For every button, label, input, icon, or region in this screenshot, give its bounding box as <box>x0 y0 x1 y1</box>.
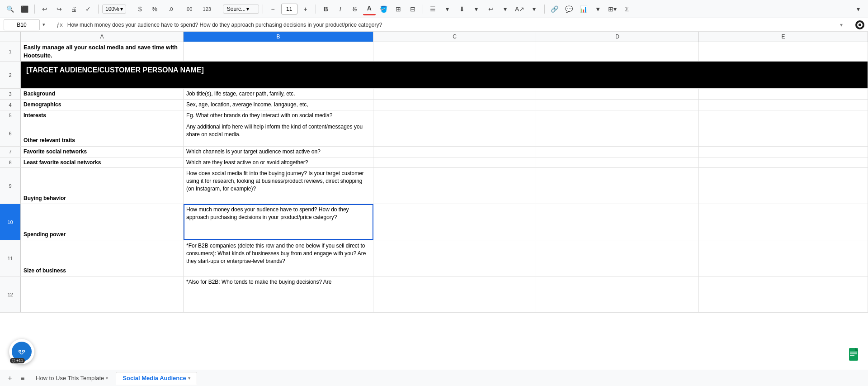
cell-e8[interactable] <box>699 157 868 168</box>
cell-a12[interactable] <box>21 276 184 312</box>
row-num-10[interactable]: 10 <box>0 204 21 240</box>
cell-d5[interactable] <box>536 110 699 121</box>
row-num-1[interactable]: 1 <box>0 42 21 61</box>
tab-how-to-use[interactable]: How to Use This Template ▾ <box>29 372 115 385</box>
row-num-7[interactable]: 7 <box>0 147 21 157</box>
row-num-11[interactable]: 11 <box>0 240 21 276</box>
currency-icon[interactable]: $ <box>134 3 146 15</box>
cell-e9[interactable] <box>699 168 868 204</box>
cell-d9[interactable] <box>536 168 699 204</box>
filter-icon[interactable]: ▼ <box>592 3 604 15</box>
percent-icon[interactable]: % <box>148 3 161 15</box>
italic-icon[interactable]: I <box>334 3 347 15</box>
cell-d1[interactable] <box>536 42 699 61</box>
align-dropdown-icon[interactable]: ▾ <box>441 3 454 15</box>
font-size-input[interactable] <box>281 4 297 14</box>
cell-b8[interactable]: Which are they least active on or avoid … <box>184 157 373 168</box>
add-sheet-button[interactable]: + <box>4 372 16 385</box>
borders-icon[interactable]: ⊞ <box>392 3 405 15</box>
cell-c11[interactable] <box>373 240 536 276</box>
chart-icon[interactable]: 📊 <box>577 3 590 15</box>
cell-b9[interactable]: How does social media fit into the buyin… <box>184 168 373 204</box>
row-num-8[interactable]: 8 <box>0 157 21 168</box>
cell-c5[interactable] <box>373 110 536 121</box>
row-num-2[interactable]: 2 <box>0 62 21 88</box>
cell-d3[interactable] <box>536 89 699 99</box>
cell-d4[interactable] <box>536 100 699 110</box>
sheet-menu-button[interactable]: ≡ <box>16 372 29 385</box>
cell-a7[interactable]: Favorite social networks <box>21 147 184 157</box>
hootsuite-fab[interactable]: ⬡ +11 <box>9 339 34 364</box>
rotation-icon[interactable]: A↗ <box>514 3 526 15</box>
col-header-a[interactable]: A <box>21 32 184 42</box>
cell-c1[interactable] <box>373 42 536 61</box>
cell-a9[interactable]: Buying behavior <box>21 168 184 204</box>
redo-icon[interactable]: ↪ <box>53 3 66 15</box>
row-num-9[interactable]: 9 <box>0 168 21 204</box>
functions-dropdown-icon[interactable]: ⊞▾ <box>606 3 619 15</box>
cell-e1[interactable] <box>699 42 868 61</box>
cell-a5[interactable]: Interests <box>21 110 184 121</box>
tab-social-media-audience[interactable]: Social Media Audience ▾ <box>116 372 197 385</box>
cell-reference[interactable]: B10 <box>4 19 40 30</box>
cell-a6[interactable]: Other relevant traits <box>21 121 184 146</box>
cell-e5[interactable] <box>699 110 868 121</box>
cell-b10[interactable]: How much money does your audience have t… <box>184 204 373 240</box>
font-size-increase-icon[interactable]: + <box>299 3 312 15</box>
spellcheck-icon[interactable]: ✓ <box>82 3 94 15</box>
more-icon[interactable]: ▾ <box>852 3 864 15</box>
cell-a10[interactable]: Spending power <box>21 204 184 240</box>
row-num-6[interactable]: 6 <box>0 121 21 146</box>
cell-e4[interactable] <box>699 100 868 110</box>
cell-a11[interactable]: Size of business <box>21 240 184 276</box>
cell-c10[interactable] <box>373 204 536 240</box>
row-num-4[interactable]: 4 <box>0 100 21 110</box>
zoom-control[interactable]: 100% ▾ <box>102 5 126 14</box>
link-icon[interactable]: 🔗 <box>548 3 561 15</box>
cell-d10[interactable] <box>536 204 699 240</box>
cell-e7[interactable] <box>699 147 868 157</box>
cell-e11[interactable] <box>699 240 868 276</box>
merge-cells-icon[interactable]: ⊟ <box>406 3 419 15</box>
format-number-icon[interactable]: 123 <box>199 3 215 15</box>
sigma-icon[interactable]: Σ <box>621 3 633 15</box>
formula-expand-icon[interactable]: ▾ <box>840 22 849 28</box>
cell-a4[interactable]: Demographics <box>21 100 184 110</box>
cell-c12[interactable] <box>373 276 536 312</box>
fill-color-icon[interactable]: 🪣 <box>377 3 390 15</box>
cell-e3[interactable] <box>699 89 868 99</box>
valign-dropdown-icon[interactable]: ▾ <box>470 3 483 15</box>
cell-b11[interactable]: *For B2B companies (delete this row and … <box>184 240 373 276</box>
wrap-dropdown-icon[interactable]: ▾ <box>499 3 512 15</box>
cell-a3[interactable]: Background <box>21 89 184 99</box>
cell-c9[interactable] <box>373 168 536 204</box>
cell-c3[interactable] <box>373 89 536 99</box>
comment-icon[interactable]: 💬 <box>563 3 576 15</box>
align-left-icon[interactable]: ☰ <box>427 3 439 15</box>
search-icon[interactable]: 🔍 <box>4 3 16 15</box>
cell-e10[interactable] <box>699 204 868 240</box>
cell-c7[interactable] <box>373 147 536 157</box>
decimal-decrease-icon[interactable]: .0 <box>163 3 179 15</box>
bold-icon[interactable]: B <box>320 3 332 15</box>
font-selector[interactable]: Sourc... ▾ <box>223 5 259 14</box>
cell-e6[interactable] <box>699 121 868 146</box>
decimal-increase-icon[interactable]: .00 <box>181 3 197 15</box>
row-num-5[interactable]: 5 <box>0 110 21 121</box>
cell-d6[interactable] <box>536 121 699 146</box>
col-header-e[interactable]: E <box>699 32 868 42</box>
valign-icon[interactable]: ⬇ <box>456 3 468 15</box>
print-icon[interactable]: 🖨 <box>67 3 80 15</box>
strikethrough-icon[interactable]: S <box>349 3 361 15</box>
cell-c8[interactable] <box>373 157 536 168</box>
cell-c4[interactable] <box>373 100 536 110</box>
cell-a8[interactable]: Least favorite social networks <box>21 157 184 168</box>
cell-b12[interactable]: *Also for B2B: Who tends to make the buy… <box>184 276 373 312</box>
cell-d7[interactable] <box>536 147 699 157</box>
cell-a2[interactable]: [TARGET AUDIENCE/CUSTOMER PERSONA NAME] <box>21 62 868 88</box>
undo-icon[interactable]: ↩ <box>38 3 51 15</box>
font-size-decrease-icon[interactable]: − <box>267 3 279 15</box>
col-header-c[interactable]: C <box>373 32 536 42</box>
cell-b7[interactable]: Which channels is your target audience m… <box>184 147 373 157</box>
cell-d12[interactable] <box>536 276 699 312</box>
